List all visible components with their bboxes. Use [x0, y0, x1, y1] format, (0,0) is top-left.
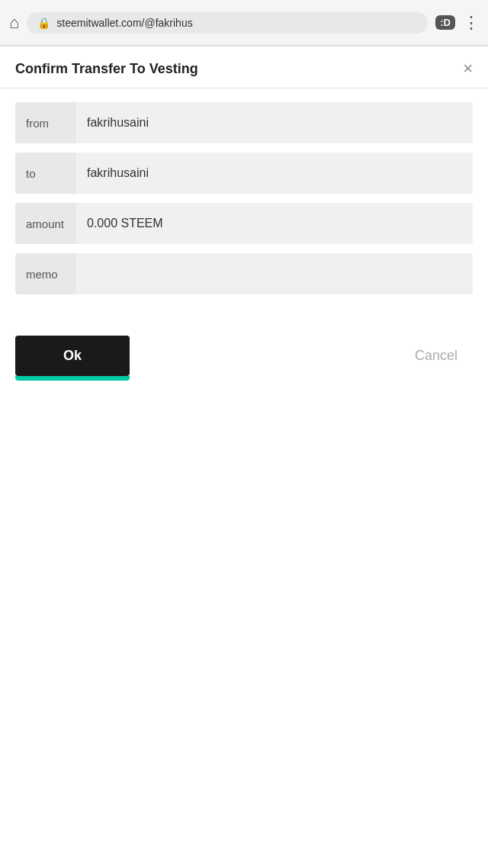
memo-input[interactable]	[76, 253, 473, 294]
from-label: from	[15, 102, 76, 143]
amount-row: amount 0.000 STEEM	[15, 203, 473, 244]
page-body	[0, 391, 488, 849]
dialog-body: from fakrihusaini to fakrihusaini amount…	[0, 88, 488, 317]
from-row: from fakrihusaini	[15, 102, 473, 143]
amount-value-text: 0.000 STEEM	[87, 217, 163, 230]
browser-chrome: ⌂ 🔒 steemitwallet.com/@fakrihus :D ⋮	[0, 0, 488, 46]
dialog-header: Confirm Transfer To Vesting ×	[0, 47, 488, 88]
amount-value: 0.000 STEEM	[76, 203, 473, 244]
home-icon[interactable]: ⌂	[9, 13, 19, 33]
url-bar[interactable]: 🔒 steemitwallet.com/@fakrihus	[27, 12, 428, 34]
confirm-transfer-dialog: Confirm Transfer To Vesting × from fakri…	[0, 46, 488, 391]
cancel-button[interactable]: Cancel	[400, 336, 473, 376]
menu-icon[interactable]: ⋮	[463, 13, 479, 33]
to-value: fakrihusaini	[76, 153, 473, 194]
dialog-title: Confirm Transfer To Vesting	[15, 61, 198, 77]
lock-icon: 🔒	[37, 17, 50, 29]
to-row: to fakrihusaini	[15, 153, 473, 194]
button-row: Ok Cancel	[0, 317, 488, 391]
ok-button[interactable]: Ok	[15, 336, 130, 376]
memo-label: memo	[15, 253, 76, 294]
close-button[interactable]: ×	[463, 60, 473, 77]
amount-label: amount	[15, 203, 76, 244]
to-label: to	[15, 153, 76, 194]
from-value: fakrihusaini	[76, 102, 473, 143]
emoji-button[interactable]: :D	[435, 15, 455, 30]
to-value-text: fakrihusaini	[87, 166, 149, 180]
memo-row[interactable]: memo	[15, 253, 473, 294]
from-value-text: fakrihusaini	[87, 116, 149, 130]
url-text: steemitwallet.com/@fakrihus	[56, 17, 417, 29]
